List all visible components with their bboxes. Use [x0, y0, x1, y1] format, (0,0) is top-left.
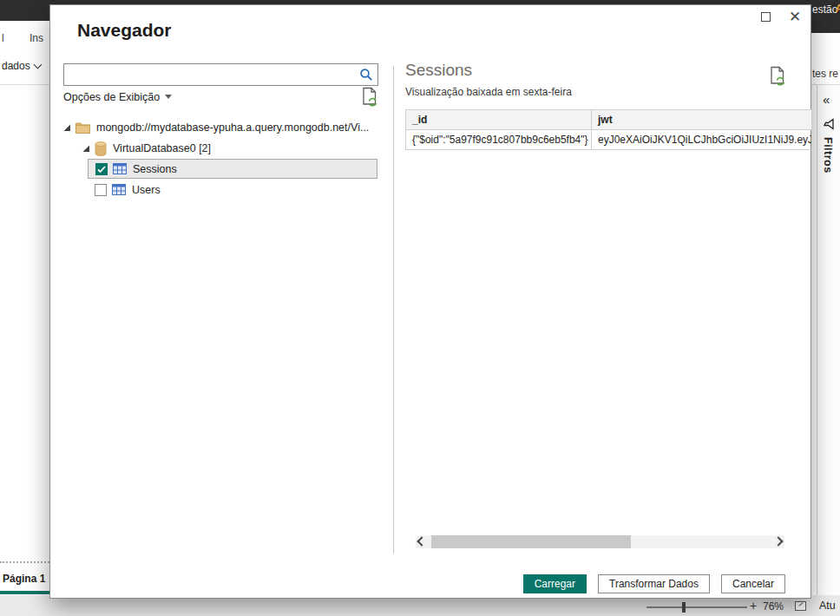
filters-collapsed-panel: « Filtros: [817, 85, 840, 597]
search-box: [63, 63, 378, 86]
column-header-jwt: jwt: [592, 110, 812, 130]
tree-table-label: Users: [132, 184, 161, 196]
canvas-dotted-border: [0, 561, 49, 563]
preview-table-header-row: _id jwt: [406, 110, 812, 130]
scroll-right-icon[interactable]: [773, 536, 783, 546]
refresh-preview-icon[interactable]: [769, 66, 787, 87]
close-button[interactable]: ✕: [785, 8, 804, 27]
titlebar-brand-fragment: A: [836, 2, 840, 15]
tree-expander-icon[interactable]: [82, 144, 90, 153]
chevron-down-icon: [33, 61, 42, 69]
caret-down-icon: [165, 95, 172, 99]
zoom-slider[interactable]: [646, 606, 747, 608]
tree-table-label: Sessions: [133, 163, 177, 175]
titlebar-text-fragment: estão: [812, 3, 837, 16]
collapse-pane-icon[interactable]: «: [823, 92, 830, 107]
display-options-label: Opções de Exibição: [63, 91, 160, 103]
ribbon-recent-sources-fragment[interactable]: tes re: [812, 68, 838, 80]
maximize-icon: [761, 12, 771, 22]
checkmark-icon: [96, 164, 107, 174]
table-row: {"$oid":"5a97f9c91c807bb9c6eb5fb4"} eyJ0…: [406, 130, 812, 150]
tree-item-table-sessions[interactable]: Sessions: [88, 159, 377, 179]
page-tab[interactable]: Página 1: [0, 566, 49, 591]
search-icon[interactable]: [359, 68, 373, 82]
checkbox-checked[interactable]: [95, 163, 108, 175]
folder-icon: [75, 121, 90, 134]
search-input[interactable]: [68, 65, 354, 84]
page-tab-label: Página 1: [3, 573, 45, 585]
preview-table: _id jwt {"$oid":"5a97f9c91c807bb9c6eb5fb…: [405, 109, 812, 150]
tree-expander-icon[interactable]: [62, 123, 71, 132]
get-data-label: dados: [2, 60, 30, 72]
dialog-footer: Carregar Transformar Dados Cancelar: [523, 574, 785, 593]
tree-item-connection[interactable]: mongodb://mydatabase-ypuha.a.query.mongo…: [62, 118, 382, 137]
pane-divider: [393, 66, 394, 554]
load-button[interactable]: Carregar: [523, 574, 587, 593]
dialog-title: Navegador: [77, 20, 172, 41]
preview-title: Sessions: [405, 61, 472, 80]
navigator-dialog: Navegador ✕ Opções de Exibição mongodb:/…: [49, 4, 811, 599]
fit-to-page-icon[interactable]: [795, 601, 806, 611]
get-data-button-fragment[interactable]: dados: [2, 60, 41, 72]
zoom-slider-thumb[interactable]: [682, 602, 686, 613]
page-tab-active-indicator: [0, 591, 49, 594]
column-header-id: _id: [406, 110, 592, 130]
cell-jwt: eyJ0eXAiOiJKV1QiLCJhbGciOiJIUzI1NiJ9.eyJ…: [592, 130, 812, 150]
filters-panel-label[interactable]: Filtros: [822, 137, 834, 174]
scroll-left-icon[interactable]: [417, 536, 426, 546]
filter-funnel-icon[interactable]: [823, 118, 835, 130]
maximize-button[interactable]: [758, 10, 775, 26]
scrollbar-thumb[interactable]: [431, 535, 631, 548]
tree-database-label: VirtualDatabase0 [2]: [113, 142, 211, 154]
checkbox-unchecked[interactable]: [95, 184, 107, 196]
transform-data-button[interactable]: Transformar Dados: [598, 574, 710, 593]
zoom-level-value[interactable]: 76%: [763, 600, 784, 613]
ribbon-tab-fragment-1[interactable]: l: [2, 32, 4, 44]
display-options-dropdown[interactable]: Opções de Exibição: [63, 91, 172, 103]
table-icon: [112, 184, 126, 195]
preview-subtitle: Visualização baixada em sexta-feira: [405, 86, 572, 98]
tree-connection-label: mongodb://mydatabase-ypuha.a.query.mongo…: [96, 121, 369, 134]
cell-id: {"$oid":"5a97f9c91c807bb9c6eb5fb4"}: [406, 130, 592, 150]
refresh-list-icon[interactable]: [361, 87, 379, 108]
tree-item-database[interactable]: VirtualDatabase0 [2]: [82, 139, 382, 158]
status-text-fragment: Atu: [819, 600, 836, 612]
database-icon: [95, 141, 107, 156]
tree-item-table-users[interactable]: Users: [88, 180, 377, 200]
table-icon: [113, 163, 127, 174]
cancel-button[interactable]: Cancelar: [721, 574, 785, 593]
zoom-in-button[interactable]: +: [750, 599, 757, 613]
app-titlebar-fragment: estão A: [811, 0, 840, 33]
ribbon-tab-fragment-insert[interactable]: Ins: [30, 32, 43, 44]
horizontal-scrollbar[interactable]: [416, 535, 784, 548]
